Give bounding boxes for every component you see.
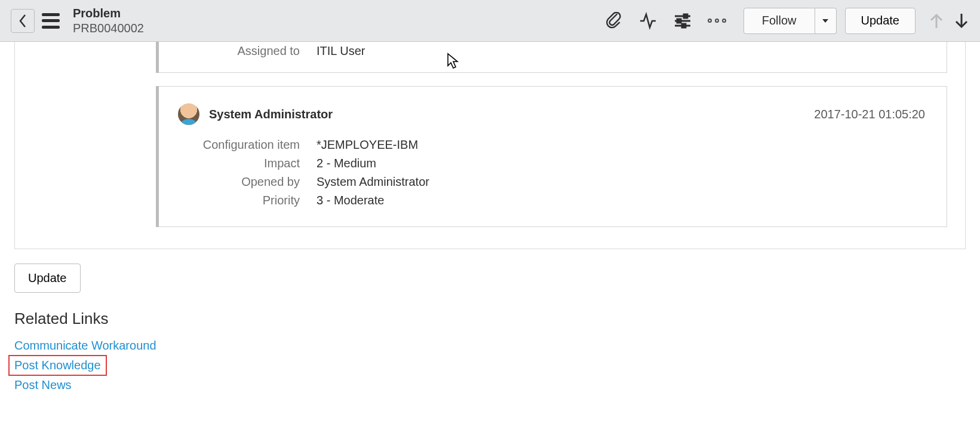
field-value: 3 - Moderate (317, 194, 384, 207)
settings-slider-icon[interactable] (673, 11, 692, 30)
main-scroll-area[interactable]: Assigned to ITIL User System Administrat… (0, 42, 980, 441)
highlight-box: Post Knowledge (8, 355, 107, 376)
svg-rect-4 (677, 19, 681, 23)
field-row: Priority 3 - Moderate (178, 191, 925, 210)
field-label: Assigned to (178, 44, 317, 58)
activity-timestamp: 2017-10-21 01:05:20 (814, 108, 925, 121)
field-label: Opened by (178, 175, 317, 189)
next-record-button[interactable] (949, 8, 974, 34)
header-toolbar (604, 11, 727, 30)
activity-stream: Assigned to ITIL User System Administrat… (14, 42, 966, 249)
author-name: System Administrator (209, 108, 333, 121)
more-options-icon[interactable] (708, 11, 727, 30)
svg-rect-3 (684, 14, 687, 18)
field-label: Priority (178, 194, 317, 207)
update-header-button[interactable]: Update (845, 8, 916, 34)
field-row: Configuration item *JEMPLOYEE-IBM (178, 136, 925, 154)
field-value: ITIL User (317, 44, 365, 58)
activity-card: System Administrator 2017-10-21 01:05:20… (156, 86, 947, 227)
record-type: Problem (73, 6, 144, 21)
related-links-heading: Related Links (14, 310, 966, 328)
attachment-icon[interactable] (604, 11, 623, 30)
related-link-post-news[interactable]: Post News (14, 376, 72, 394)
activity-card-top: Assigned to ITIL User (156, 42, 947, 73)
field-value: 2 - Medium (317, 157, 376, 170)
follow-button[interactable]: Follow (744, 8, 815, 34)
update-button[interactable]: Update (14, 264, 81, 293)
record-title-block: Problem PRB0040002 (73, 6, 144, 36)
form-actions: Update (14, 264, 966, 293)
follow-dropdown[interactable] (815, 8, 837, 34)
svg-marker-6 (822, 19, 828, 23)
menu-icon[interactable] (42, 13, 60, 29)
activity-card-header: System Administrator 2017-10-21 01:05:20 (178, 103, 925, 125)
field-value: System Administrator (317, 175, 429, 189)
field-label: Impact (178, 157, 317, 170)
follow-button-group: Follow (744, 8, 837, 34)
back-button[interactable] (11, 9, 35, 33)
related-links-section: Related Links Communicate Workaround Pos… (14, 310, 966, 394)
field-label: Configuration item (178, 138, 317, 152)
field-row: Impact 2 - Medium (178, 154, 925, 173)
previous-record-button[interactable] (924, 8, 949, 34)
field-row: Assigned to ITIL User (178, 42, 925, 60)
field-row: Opened by System Administrator (178, 173, 925, 191)
related-link-communicate-workaround[interactable]: Communicate Workaround (14, 336, 156, 355)
svg-rect-5 (682, 24, 686, 27)
record-number: PRB0040002 (73, 21, 144, 36)
header-bar: Problem PRB0040002 Follow (0, 0, 980, 42)
activity-icon[interactable] (638, 11, 658, 30)
related-link-post-knowledge[interactable]: Post Knowledge (14, 356, 101, 375)
avatar (178, 103, 199, 125)
field-value: *JEMPLOYEE-IBM (317, 138, 418, 152)
